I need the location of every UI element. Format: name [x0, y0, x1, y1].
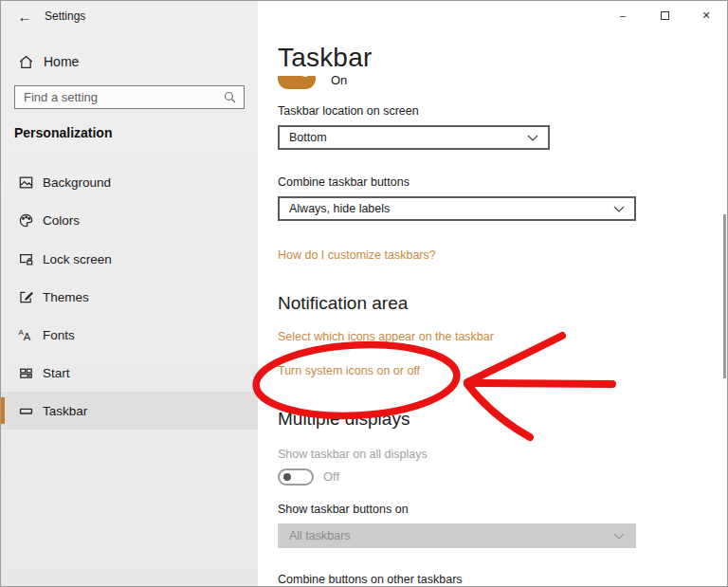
notification-area-heading: Notification area	[278, 293, 408, 314]
location-label: Taskbar location on screen	[278, 104, 419, 118]
dropdown-value: Always, hide labels	[289, 202, 390, 215]
toggle-state-label: Off	[323, 469, 339, 484]
buttons-on-dropdown: All taskbars	[278, 523, 636, 548]
sidebar-item-label: Taskbar	[43, 404, 87, 418]
lockscreen-icon	[18, 251, 34, 267]
show-all-displays-label: Show taskbar on all displays	[278, 448, 428, 461]
maximize-button[interactable]	[644, 1, 685, 29]
customize-taskbars-link[interactable]: How do I customize taskbars?	[278, 248, 436, 262]
sidebar-item-themes[interactable]: Themes	[1, 278, 258, 316]
dropdown-value: Bottom	[289, 131, 327, 144]
chevron-down-icon	[527, 135, 538, 141]
sidebar-item-background[interactable]: Background	[1, 163, 258, 201]
show-all-displays-toggle[interactable]	[278, 468, 314, 486]
taskbar-lock-toggle[interactable]	[278, 76, 316, 89]
sidebar-item-label: Background	[43, 175, 111, 190]
turn-system-icons-link[interactable]: Turn system icons on or off	[278, 364, 420, 377]
background-icon	[18, 174, 34, 191]
sidebar-item-home[interactable]: Home	[1, 46, 258, 77]
search-box	[14, 85, 245, 109]
chevron-down-icon	[613, 206, 625, 212]
location-dropdown[interactable]: Bottom	[278, 125, 550, 150]
fonts-icon: A A	[18, 327, 34, 343]
svg-text:A: A	[24, 331, 31, 342]
maximize-icon	[661, 11, 669, 20]
sidebar-item-label: Start	[43, 366, 70, 380]
toggle-knob	[283, 473, 291, 481]
search-input[interactable]	[15, 90, 224, 104]
select-icons-link[interactable]: Select which icons appear on the taskbar	[278, 330, 494, 343]
search-icon[interactable]	[224, 91, 236, 103]
dropdown-value: All taskbars	[289, 529, 351, 542]
home-icon	[18, 54, 34, 70]
colors-icon	[18, 212, 34, 229]
buttons-on-label: Show taskbar buttons on	[278, 503, 409, 516]
sidebar-item-label: Lock screen	[43, 252, 112, 266]
toggle-knob	[300, 76, 311, 77]
toggle-state-label: On	[331, 73, 347, 87]
scrollbar[interactable]	[723, 214, 726, 378]
sidebar-item-fonts[interactable]: A A Fonts	[1, 316, 258, 354]
close-button[interactable]: ✕	[685, 1, 727, 29]
sidebar-item-label: Fonts	[43, 328, 75, 342]
chevron-down-icon	[613, 533, 625, 540]
themes-icon	[18, 289, 34, 305]
sidebar-item-colors[interactable]: Colors	[1, 201, 258, 239]
sidebar-section-heading: Personalization	[14, 125, 112, 140]
combine-label: Combine taskbar buttons	[278, 175, 410, 189]
sidebar-item-start[interactable]: Start	[1, 354, 258, 392]
main-content: Taskbar On Taskbar location on screen Bo…	[258, 1, 728, 587]
sidebar-item-label: Colors	[43, 213, 80, 228]
title-bar[interactable]: – ✕	[1, 1, 727, 31]
sidebar-item-lock-screen[interactable]: Lock screen	[1, 240, 258, 278]
minimize-button[interactable]: –	[602, 1, 644, 29]
settings-window: ← Settings Home Personalization	[0, 0, 728, 587]
sidebar-item-taskbar[interactable]: Taskbar	[1, 392, 258, 430]
combine-dropdown[interactable]: Always, hide labels	[278, 196, 636, 221]
start-icon	[18, 365, 34, 381]
taskbar-icon	[18, 403, 34, 419]
page-title: Taskbar	[278, 43, 372, 73]
sidebar-item-label: Themes	[43, 290, 89, 304]
selected-accent-bar	[1, 397, 5, 424]
sidebar-item-label: Home	[44, 54, 79, 69]
combine-other-label: Combine buttons on other taskbars	[278, 573, 463, 586]
multiple-displays-heading: Multiple displays	[278, 409, 410, 430]
sidebar: ← Settings Home Personalization	[1, 1, 258, 587]
